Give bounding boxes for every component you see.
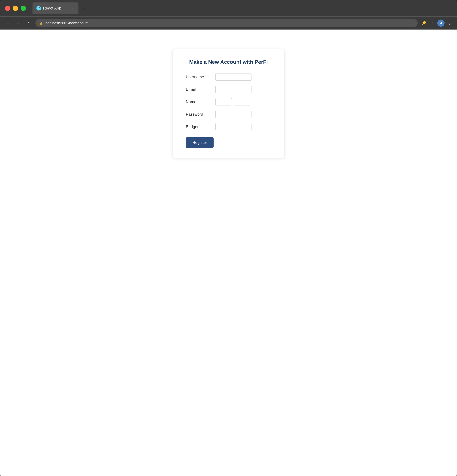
new-tab-button[interactable]: + [80, 4, 88, 12]
password-row: Password [186, 111, 271, 118]
page-content: Make a New Account with PerFi Username E… [0, 30, 457, 476]
browser-tab[interactable]: R React App × [33, 2, 79, 14]
budget-row: Budget [186, 123, 271, 130]
browser-toolbar: ← → ↻ 🔒 localhost:3001/newaccount 🔑 ☆ J … [0, 17, 457, 30]
first-name-input[interactable] [215, 98, 232, 105]
tab-bar: R React App × + [29, 2, 452, 14]
email-row: Email [186, 86, 271, 93]
key-icon[interactable]: 🔑 [420, 19, 427, 27]
name-row: Name [186, 98, 271, 105]
username-row: Username [186, 73, 271, 81]
email-label: Email [186, 87, 212, 92]
refresh-button[interactable]: ↻ [25, 19, 33, 27]
last-name-input[interactable] [234, 98, 250, 105]
address-text: localhost:3001/newaccount [45, 21, 88, 25]
bookmark-icon[interactable]: ☆ [429, 19, 436, 27]
address-bar[interactable]: 🔒 localhost:3001/newaccount [35, 19, 418, 27]
password-input[interactable] [215, 111, 252, 118]
budget-label: Budget [186, 125, 212, 129]
close-button[interactable] [5, 6, 10, 11]
forward-button[interactable]: → [14, 19, 22, 27]
tab-title: React App [43, 6, 61, 10]
browser-window: R React App × + ← → ↻ 🔒 localhost:3001/n… [0, 0, 457, 476]
registration-card: Make a New Account with PerFi Username E… [173, 49, 284, 158]
profile-avatar[interactable]: J [437, 19, 445, 27]
lock-icon: 🔒 [39, 21, 43, 25]
register-button[interactable]: Register [186, 137, 214, 148]
name-inputs [215, 98, 250, 105]
username-input[interactable] [215, 73, 252, 81]
minimize-button[interactable] [13, 6, 18, 11]
password-label: Password [186, 112, 212, 117]
traffic-lights [5, 6, 26, 11]
budget-input[interactable] [215, 123, 252, 130]
name-label: Name [186, 100, 212, 104]
back-button[interactable]: ← [4, 19, 12, 27]
form-title: Make a New Account with PerFi [186, 59, 271, 65]
email-input[interactable] [215, 86, 252, 93]
tab-favicon: R [36, 6, 41, 10]
maximize-button[interactable] [21, 6, 26, 11]
title-bar: R React App × + [0, 0, 457, 17]
menu-icon[interactable]: ⋮ [446, 19, 453, 27]
toolbar-actions: 🔑 ☆ J ⋮ [420, 19, 453, 27]
username-label: Username [186, 75, 212, 79]
tab-close-button[interactable]: × [70, 6, 75, 10]
